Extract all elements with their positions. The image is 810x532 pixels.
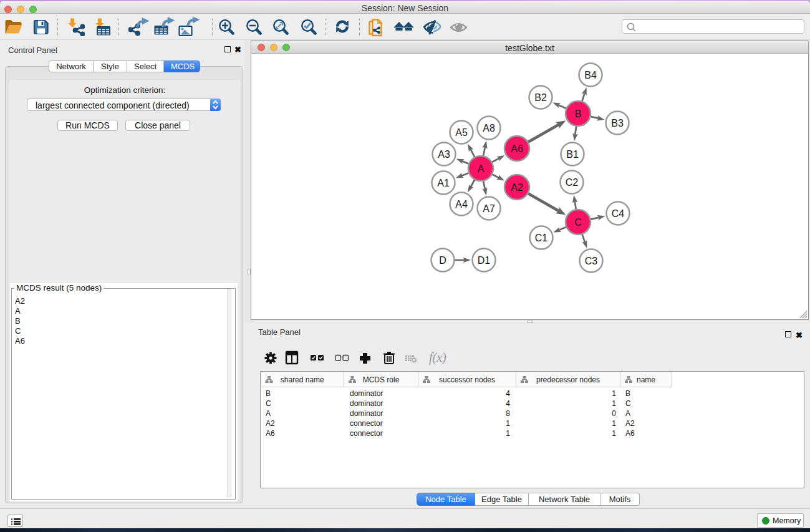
svg-text:B3: B3 xyxy=(611,118,624,128)
svg-text:C3: C3 xyxy=(585,256,598,266)
svg-text:A3: A3 xyxy=(438,149,450,160)
svg-text:B2: B2 xyxy=(534,92,547,103)
svg-text:A2: A2 xyxy=(511,182,523,193)
svg-text:C2: C2 xyxy=(566,177,579,188)
svg-text:A4: A4 xyxy=(455,199,468,210)
svg-text:D: D xyxy=(439,255,446,266)
svg-text:B: B xyxy=(575,109,582,119)
svg-text:C: C xyxy=(574,217,582,228)
svg-text:A1: A1 xyxy=(437,178,450,188)
svg-text:A: A xyxy=(478,163,485,174)
svg-text:A7: A7 xyxy=(483,203,495,214)
svg-text:B1: B1 xyxy=(566,149,579,160)
svg-text:C1: C1 xyxy=(535,233,548,243)
svg-text:A8: A8 xyxy=(483,123,495,133)
svg-text:C4: C4 xyxy=(612,208,625,219)
svg-text:B4: B4 xyxy=(584,70,597,80)
svg-text:A5: A5 xyxy=(455,127,468,138)
svg-text:A6: A6 xyxy=(511,143,523,154)
svg-text:D1: D1 xyxy=(478,255,491,266)
